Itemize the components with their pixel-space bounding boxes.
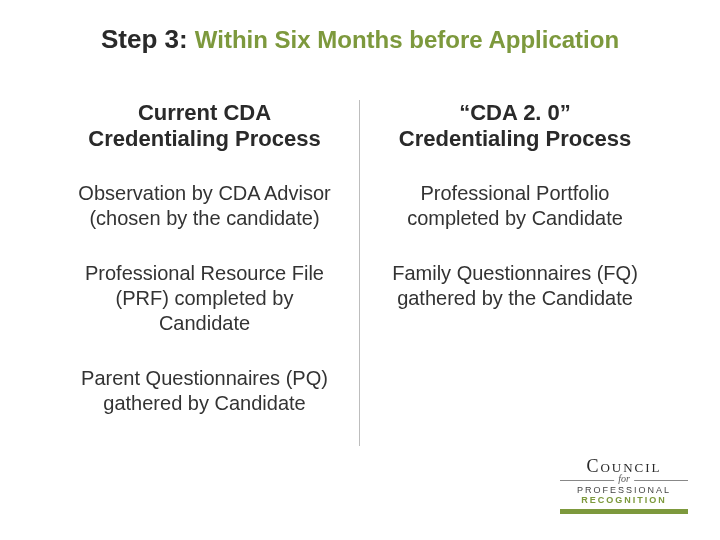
right-heading-line2: Credentialing Process [399, 126, 631, 151]
slide-title: Step 3: Within Six Months before Applica… [0, 24, 720, 55]
left-item: Parent Questionnaires (PQ) gathered by C… [68, 366, 341, 416]
logo-for: for [614, 473, 634, 484]
left-item: Observation by CDA Advisor (chosen by th… [68, 181, 341, 231]
right-column: “CDA 2. 0” Credentialing Process Profess… [360, 100, 670, 446]
left-heading-line2: Credentialing Process [88, 126, 320, 151]
logo-bar [560, 509, 688, 514]
right-item: Family Questionnaires (FQ) gathered by t… [378, 261, 652, 311]
columns: Current CDA Credentialing Process Observ… [50, 100, 670, 446]
left-heading: Current CDA Credentialing Process [68, 100, 341, 153]
logo-rule: for [560, 480, 688, 481]
right-heading-line1: “CDA 2. 0” [459, 100, 571, 125]
logo-line1: PROFESSIONAL [560, 485, 688, 495]
right-item: Professional Portfolio completed by Cand… [378, 181, 652, 231]
left-heading-line1: Current CDA [138, 100, 271, 125]
left-item: Professional Resource File (PRF) complet… [68, 261, 341, 336]
right-heading: “CDA 2. 0” Credentialing Process [378, 100, 652, 153]
left-column: Current CDA Credentialing Process Observ… [50, 100, 360, 446]
logo-line2: RECOGNITION [560, 495, 688, 505]
step-label: Step 3: [101, 24, 188, 54]
council-logo: Council for PROFESSIONAL RECOGNITION [560, 456, 688, 514]
step-subtitle: Within Six Months before Application [195, 26, 619, 53]
